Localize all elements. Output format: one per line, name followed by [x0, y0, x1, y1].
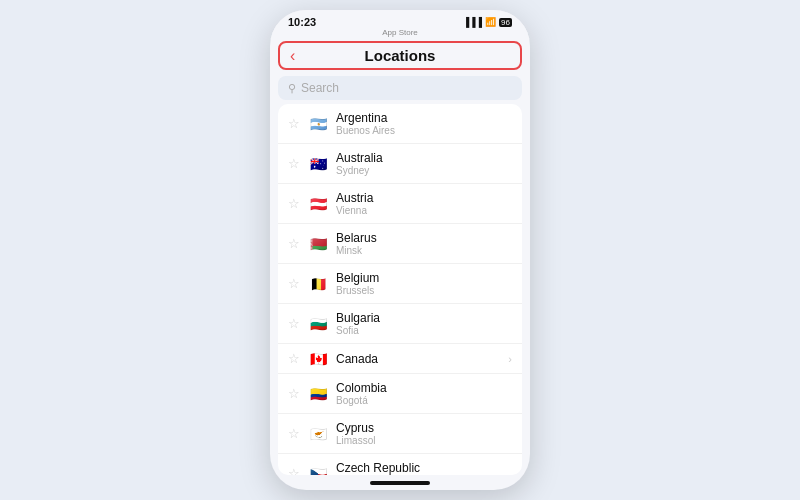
list-item[interactable]: ☆🇧🇪BelgiumBrussels — [278, 264, 522, 304]
country-name: Czech Republic — [336, 461, 512, 475]
home-indicator — [370, 481, 430, 485]
country-city: Vienna — [336, 205, 512, 216]
phone-frame: 10:23 ▐▐▐ 📶 96 App Store ‹ Locations ⚲ S… — [270, 10, 530, 490]
wifi-icon: 📶 — [485, 17, 496, 27]
country-name: Belarus — [336, 231, 512, 245]
search-bar[interactable]: ⚲ Search — [278, 76, 522, 100]
country-city: Sydney — [336, 165, 512, 176]
country-name: Cyprus — [336, 421, 512, 435]
country-name: Canada — [336, 352, 501, 366]
list-item[interactable]: ☆🇨🇿Czech RepublicPrague — [278, 454, 522, 475]
country-name: Belgium — [336, 271, 512, 285]
list-item[interactable]: ☆🇨🇾CyprusLimassol — [278, 414, 522, 454]
chevron-right-icon: › — [508, 353, 512, 365]
battery-icon: 96 — [499, 18, 512, 27]
back-button[interactable]: ‹ — [290, 47, 295, 65]
nav-bar: ‹ Locations — [278, 41, 522, 70]
list-item[interactable]: ☆🇦🇺AustraliaSydney — [278, 144, 522, 184]
country-city: Limassol — [336, 435, 512, 446]
favorite-icon[interactable]: ☆ — [288, 466, 300, 475]
country-name: Colombia — [336, 381, 512, 395]
favorite-icon[interactable]: ☆ — [288, 116, 300, 131]
country-flag: 🇧🇬 — [307, 316, 329, 331]
country-info: ColombiaBogotá — [336, 381, 512, 406]
country-name: Australia — [336, 151, 512, 165]
list-item[interactable]: ☆🇧🇬BulgariaSofia — [278, 304, 522, 344]
country-info: AustraliaSydney — [336, 151, 512, 176]
search-input[interactable]: Search — [301, 81, 339, 95]
page-title: Locations — [365, 47, 436, 64]
status-icons: ▐▐▐ 📶 96 — [463, 17, 512, 27]
country-info: AustriaVienna — [336, 191, 512, 216]
status-bar: 10:23 ▐▐▐ 📶 96 — [270, 10, 530, 30]
country-flag: 🇦🇷 — [307, 116, 329, 131]
country-city: Minsk — [336, 245, 512, 256]
country-flag: 🇨🇴 — [307, 386, 329, 401]
country-info: ArgentinaBuenos Aires — [336, 111, 512, 136]
country-city: Sofia — [336, 325, 512, 336]
country-info: BelgiumBrussels — [336, 271, 512, 296]
favorite-icon[interactable]: ☆ — [288, 196, 300, 211]
country-city: Bogotá — [336, 395, 512, 406]
list-item[interactable]: ☆🇨🇦Canada› — [278, 344, 522, 374]
country-city: Buenos Aires — [336, 125, 512, 136]
country-name: Argentina — [336, 111, 512, 125]
country-info: Canada — [336, 352, 501, 366]
favorite-icon[interactable]: ☆ — [288, 276, 300, 291]
country-flag: 🇨🇿 — [307, 466, 329, 475]
favorite-icon[interactable]: ☆ — [288, 316, 300, 331]
favorite-icon[interactable]: ☆ — [288, 426, 300, 441]
favorite-icon[interactable]: ☆ — [288, 156, 300, 171]
country-flag: 🇧🇾 — [307, 236, 329, 251]
list-item[interactable]: ☆🇦🇷ArgentinaBuenos Aires — [278, 104, 522, 144]
country-city: Brussels — [336, 285, 512, 296]
country-name: Bulgaria — [336, 311, 512, 325]
list-item[interactable]: ☆🇧🇾BelarusMinsk — [278, 224, 522, 264]
country-flag: 🇧🇪 — [307, 276, 329, 291]
country-info: BelarusMinsk — [336, 231, 512, 256]
search-icon: ⚲ — [288, 82, 296, 95]
country-flag: 🇨🇦 — [307, 351, 329, 366]
favorite-icon[interactable]: ☆ — [288, 236, 300, 251]
list-item[interactable]: ☆🇨🇴ColombiaBogotá — [278, 374, 522, 414]
signal-icon: ▐▐▐ — [463, 17, 482, 27]
country-name: Austria — [336, 191, 512, 205]
country-info: BulgariaSofia — [336, 311, 512, 336]
country-flag: 🇦🇹 — [307, 196, 329, 211]
status-time: 10:23 — [288, 16, 316, 28]
favorite-icon[interactable]: ☆ — [288, 351, 300, 366]
country-flag: 🇨🇾 — [307, 426, 329, 441]
country-info: Czech RepublicPrague — [336, 461, 512, 475]
favorite-icon[interactable]: ☆ — [288, 386, 300, 401]
locations-list: ☆🇦🇷ArgentinaBuenos Aires☆🇦🇺AustraliaSydn… — [278, 104, 522, 475]
app-store-label: App Store — [270, 28, 530, 39]
country-info: CyprusLimassol — [336, 421, 512, 446]
country-flag: 🇦🇺 — [307, 156, 329, 171]
list-item[interactable]: ☆🇦🇹AustriaVienna — [278, 184, 522, 224]
